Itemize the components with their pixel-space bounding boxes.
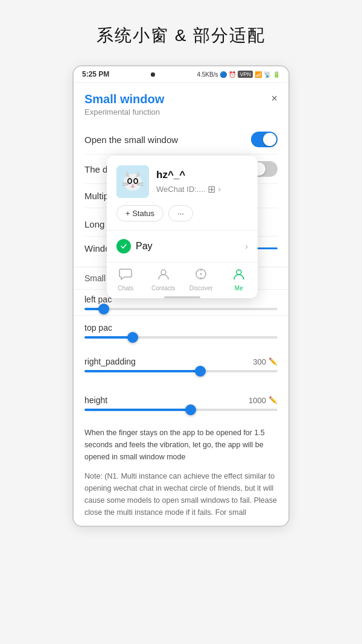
wechat-id-text: WeChat ID:.... [156, 185, 205, 194]
left-pad-slider-track[interactable] [84, 308, 278, 310]
avatar-image [116, 165, 149, 198]
close-button[interactable]: × [271, 92, 278, 105]
note-text-2: Note: (N1. Multi instance can achieve th… [74, 470, 288, 526]
sw-row-open: Open the small window [84, 125, 278, 155]
nav-discover[interactable]: Discover [182, 267, 220, 292]
avatar [116, 165, 149, 198]
sw-panel-title: Small window [84, 92, 164, 106]
contacts-svg-icon [157, 267, 170, 281]
wechat-id-row: WeChat ID:.... ⊞ › [156, 183, 248, 195]
height-slider-track[interactable] [84, 409, 278, 411]
right-pad-slider-fill [84, 370, 200, 372]
contacts-label: Contacts [151, 285, 175, 292]
profile-overlay-card: hz^_^ WeChat ID:.... ⊞ › + Status ··· [107, 156, 258, 298]
sw-row-open-label: Open the small window [84, 135, 178, 145]
profile-info: hz^_^ WeChat ID:.... ⊞ › [156, 169, 248, 195]
signal-icon: 📶 [255, 71, 262, 78]
pay-label: Pay [136, 241, 153, 252]
pay-icon [116, 239, 131, 253]
phone-frame: 5:25 PM ⏺ 4.5KB/s 🔵 ⏰ VPN 📶 📡 🔋 Small wi… [72, 65, 290, 527]
height-slider-row: height 1000 ✏️ [84, 395, 278, 411]
status-button[interactable]: + Status [116, 205, 164, 222]
chats-label: Chats [118, 285, 133, 292]
top-pad-label: top pac [84, 323, 112, 333]
right-pad-slider-thumb[interactable] [195, 366, 206, 377]
sw-toggle-open[interactable] [251, 132, 278, 147]
svg-point-7 [135, 179, 137, 183]
svg-point-14 [161, 270, 166, 275]
right-pad-slider-row: right_padding 300 ✏️ [84, 357, 278, 372]
profile-actions: + Status ··· [107, 205, 258, 230]
svg-point-19 [237, 270, 241, 275]
me-svg-icon [232, 267, 246, 281]
status-icons: 4.5KB/s 🔵 ⏰ VPN 📶 📡 🔋 [197, 71, 280, 78]
sw-subtitle: Experimental function [84, 107, 278, 116]
speed-text: 4.5KB/s [197, 71, 218, 78]
bottom-nav: Chats Contacts [107, 262, 258, 294]
sw-header: Small window × [84, 92, 278, 106]
battery-icon: 🔋 [273, 71, 280, 78]
me-icon [232, 267, 246, 284]
qr-icon[interactable]: ⊞ [208, 183, 215, 195]
height-value: 1000 ✏️ [249, 396, 278, 405]
bluetooth-icon: 🔵 [220, 71, 227, 78]
page-title: 系统小窗 & 部分适配 [97, 24, 265, 47]
note-text-1: When the finger stays on the app to be o… [74, 427, 288, 470]
status-bar: 5:25 PM ⏺ 4.5KB/s 🔵 ⏰ VPN 📶 📡 🔋 [74, 66, 288, 83]
profile-section: hz^_^ WeChat ID:.... ⊞ › [107, 156, 258, 205]
height-slider-fill [84, 409, 191, 411]
left-pad-label: left pac [84, 295, 112, 304]
height-slider-thumb[interactable] [185, 404, 196, 415]
nav-chats[interactable]: Chats [107, 267, 145, 292]
svg-point-6 [129, 179, 131, 183]
right-padding-section: right_padding 300 ✏️ [74, 349, 288, 388]
wechat-id-arrow-icon[interactable]: › [218, 184, 221, 194]
alarm-icon: ⏰ [229, 71, 236, 78]
status-record-icon: ⏺ [150, 71, 156, 78]
pay-check-icon [119, 242, 128, 250]
pay-left: Pay [116, 239, 153, 253]
top-pad-slider-fill [84, 336, 133, 339]
height-section: height 1000 ✏️ [74, 388, 288, 427]
right-pad-value: 300 ✏️ [253, 357, 278, 366]
nav-me[interactable]: Me [220, 267, 258, 292]
right-pad-label: right_padding [84, 357, 136, 366]
top-pad-label-row: top pac [84, 323, 278, 333]
svg-point-8 [132, 184, 134, 187]
chats-svg-icon [119, 267, 132, 281]
right-pad-edit-icon[interactable]: ✏️ [268, 357, 278, 366]
discover-svg-icon [194, 267, 208, 281]
profile-name: hz^_^ [156, 169, 248, 181]
wifi-icon: 📡 [264, 71, 271, 78]
chats-icon [119, 267, 132, 284]
more-button[interactable]: ··· [168, 205, 193, 222]
right-pad-label-row: right_padding 300 ✏️ [84, 357, 278, 366]
pay-arrow-icon: › [245, 241, 248, 251]
top-pad-slider-track[interactable] [84, 336, 278, 339]
status-time: 5:25 PM [82, 70, 109, 78]
pay-row[interactable]: Pay › [107, 230, 258, 262]
svg-point-13 [119, 242, 128, 250]
top-padding-section: top pac [74, 316, 288, 349]
me-label: Me [235, 285, 243, 292]
top-pad-slider-row: top pac [84, 323, 278, 339]
nav-scroll-indicator [164, 296, 200, 298]
height-label: height [84, 395, 107, 405]
contacts-icon [157, 267, 170, 284]
discover-icon [194, 267, 208, 284]
height-label-row: height 1000 ✏️ [84, 395, 278, 405]
top-pad-slider-thumb[interactable] [127, 332, 138, 343]
nav-contacts[interactable]: Contacts [145, 267, 183, 292]
height-edit-icon[interactable]: ✏️ [268, 396, 278, 404]
svg-point-16 [200, 273, 202, 275]
discover-label: Discover [189, 285, 213, 292]
left-pad-slider-thumb[interactable] [98, 304, 109, 314]
right-pad-slider-track[interactable] [84, 370, 278, 372]
vpn-icon: VPN [238, 71, 253, 78]
